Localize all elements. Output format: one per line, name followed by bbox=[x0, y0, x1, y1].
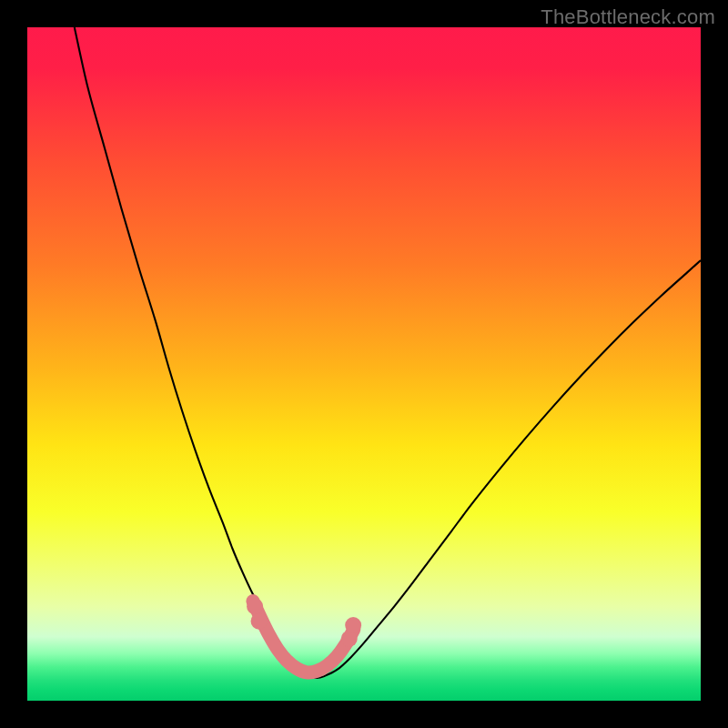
marker-dots bbox=[247, 598, 263, 614]
watermark-text: TheBottleneck.com bbox=[541, 5, 715, 29]
bottleneck-curve bbox=[75, 27, 701, 678]
marker-dots bbox=[345, 617, 361, 633]
highlight-band bbox=[253, 601, 354, 672]
curve-layer bbox=[27, 27, 701, 701]
marker-dots bbox=[251, 613, 268, 630]
plot-area bbox=[27, 27, 701, 701]
chart-frame: TheBottleneck.com bbox=[0, 0, 728, 728]
